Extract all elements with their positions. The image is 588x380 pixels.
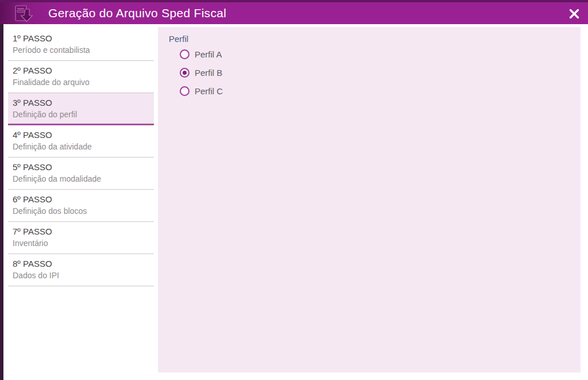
step-number: 3º PASSO: [13, 97, 149, 109]
step-label: Definição da modalidade: [13, 173, 149, 185]
step-label: Definição dos blocos: [13, 205, 149, 217]
sidebar-item-step-3-active[interactable]: 3º PASSO Definição do perfil: [8, 93, 154, 125]
sidebar-item-step-5[interactable]: 5º PASSO Definição da modalidade: [8, 158, 154, 190]
step-number: 1º PASSO: [13, 33, 149, 44]
step-content-panel: Perfil Perfil A Perfil B Perfil C: [158, 27, 581, 373]
sidebar-item-step-6[interactable]: 6º PASSO Definição dos blocos: [8, 190, 154, 222]
sidebar-item-step-2[interactable]: 2º PASSO Finalidade do arquivo: [8, 61, 154, 93]
step-label: Definição do perfil: [13, 109, 149, 120]
radio-label: Perfil B: [195, 68, 222, 78]
radio-label: Perfil C: [195, 86, 223, 96]
step-number: 6º PASSO: [13, 194, 149, 205]
radio-perfil-c[interactable]: Perfil C: [180, 85, 223, 97]
radio-button-icon-checked[interactable]: [180, 68, 189, 78]
titlebar: Geração do Arquivo Sped Fiscal: [0, 0, 588, 24]
steps-sidebar: 1º PASSO Período e contabilista 2º PASSO…: [3, 24, 158, 380]
step-number: 7º PASSO: [13, 226, 149, 237]
close-button[interactable]: [567, 6, 582, 21]
step-number: 8º PASSO: [13, 258, 149, 270]
radio-perfil-b-selected[interactable]: Perfil B: [180, 67, 223, 78]
close-icon: [568, 8, 580, 20]
sped-file-export-icon: [13, 4, 33, 25]
step-label: Inventário: [13, 237, 149, 249]
window-title: Geração do Arquivo Sped Fiscal: [48, 2, 226, 24]
step-label: Dados do IPI: [13, 270, 149, 281]
step-label: Definição da atividade: [13, 141, 149, 152]
step-label: Finalidade do arquivo: [13, 76, 149, 88]
step-number: 5º PASSO: [13, 162, 149, 173]
sidebar-item-step-1[interactable]: 1º PASSO Período e contabilista: [8, 29, 154, 61]
sidebar-item-step-7[interactable]: 7º PASSO Inventário: [8, 222, 154, 254]
step-number: 4º PASSO: [13, 129, 149, 141]
radio-button-icon[interactable]: [180, 86, 189, 96]
sidebar-item-step-4[interactable]: 4º PASSO Definição da atividade: [8, 125, 154, 158]
step-label: Período e contabilista: [13, 44, 149, 56]
steps-list: 1º PASSO Período e contabilista 2º PASSO…: [8, 29, 154, 286]
radio-button-icon[interactable]: [180, 49, 189, 59]
radio-label: Perfil A: [195, 49, 222, 59]
sidebar-item-step-8[interactable]: 8º PASSO Dados do IPI: [8, 254, 154, 286]
radio-perfil-a[interactable]: Perfil A: [180, 48, 223, 60]
perfil-group-label: Perfil: [169, 34, 188, 44]
perfil-radio-group: Perfil A Perfil B Perfil C: [180, 48, 223, 103]
step-number: 2º PASSO: [13, 65, 149, 76]
